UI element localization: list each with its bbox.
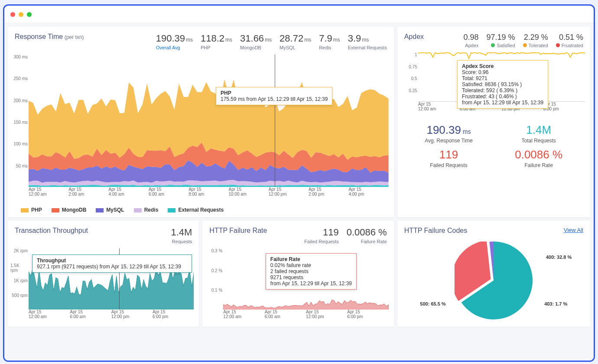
metric-value: 3.9 <box>348 33 361 44</box>
metric-group: 0.98 Apdex 97.19 % Satisfied 2.29 % Tole… <box>463 33 583 48</box>
metric-group: 119 Failed Requests 0.0086 % Failure Rat… <box>304 227 387 244</box>
y-tick: 200 ms <box>13 98 28 103</box>
metric-value: 7.9 <box>319 33 332 44</box>
summary-label: Avg. Response Time <box>406 138 492 144</box>
metric-unit: ms <box>362 37 369 43</box>
metric-value: 0.51 % <box>559 33 583 42</box>
metric: 0.98 Apdex <box>463 33 478 48</box>
legend-item[interactable]: Redis <box>134 207 159 213</box>
legend-item[interactable]: External Requests <box>168 207 224 213</box>
metric: 1.4M Requests <box>171 227 192 244</box>
chart-cursor <box>275 55 275 187</box>
chart-throughput[interactable]: 2K rpm1.5K rpm1K rpm500 rpm Throughput 9… <box>13 248 194 325</box>
metric-group: 190.39ms Overall Avg 118.2ms PHP 31.66ms… <box>156 33 387 50</box>
summary-value: 190.39 ms <box>406 123 492 137</box>
window-close-dot[interactable] <box>10 12 15 17</box>
metric: 97.19 % Satisfied <box>487 33 515 48</box>
x-tick: Apr 1512:00 pm <box>306 309 347 325</box>
card-apdex: Apdex 0.98 Apdex 97.19 % Satisfied 2.29 … <box>397 27 590 217</box>
card-title: Apdex <box>404 33 424 41</box>
row-two: Transaction Throughput 1.4M Requests 2K … <box>8 221 394 327</box>
pie-chart[interactable]: 400: 32.8 % 403: 1.7 % 500: 65.5 % <box>455 242 533 319</box>
x-tick: Apr 156:00 pm <box>543 102 585 117</box>
metric-label: Frustrated <box>556 43 583 48</box>
y-tick: 100 ms <box>13 142 28 146</box>
x-tick: Apr 1512:00 pm <box>111 309 153 325</box>
summary-cell: 1.4M Total Requests <box>496 123 582 144</box>
legend-item[interactable]: MySQL <box>96 207 124 213</box>
summary-value: 1.4M <box>496 123 582 137</box>
summary-value: 119 <box>406 148 492 161</box>
summary-label: Total Requests <box>496 138 582 144</box>
y-tick: 0.5 <box>411 76 417 81</box>
pie-label: 403: 1.7 % <box>544 301 567 306</box>
card-failure-codes: HTTP Failure Codes View All 400: 32.8 % … <box>397 221 590 327</box>
x-tick: Apr 156:00 pm <box>347 309 388 325</box>
metric-value: 2.29 % <box>524 33 548 42</box>
chart-legend: PHPMongoDBMySQLRedisExternal Requests <box>8 204 394 217</box>
pie-label: 500: 65.5 % <box>420 301 445 306</box>
metric: 0.0086 % Failure Rate <box>347 227 387 244</box>
card-title: HTTP Failure Codes <box>404 227 468 235</box>
dashboard-content: Response Time (per txn) 190.39ms Overall… <box>4 23 594 361</box>
summary-cell: 119 Failed Requests <box>406 148 492 168</box>
y-tick: 500 rpm <box>12 293 28 298</box>
x-tick: Apr 156:00 pm <box>153 309 194 325</box>
y-axis: 2K rpm1.5K rpm1K rpm500 rpm <box>10 248 30 308</box>
chart-apdex[interactable]: 10.750.50.25 Apdex ScoreScore: 0.96Total… <box>403 52 585 117</box>
metric-unit: ms <box>265 37 272 43</box>
tooltip-line: 927.1 rpm (9271 requests) from Apr 15, 1… <box>37 264 181 270</box>
summary-cell: 0.0086 % Failure Rate <box>496 148 582 168</box>
tooltip-line: 175.59 ms from Apr 15, 12:29 till Apr 15… <box>221 96 328 102</box>
chart-failure-rate[interactable]: 0.3 %0.2 %0.1 % Failure Rate0.02% failur… <box>208 248 388 325</box>
x-tick: Apr 1512:00 am <box>29 309 70 325</box>
metric-value: 31.66 <box>240 33 264 44</box>
legend-item[interactable]: MongoDB <box>52 207 87 213</box>
chart-tooltip: PHP 175.59 ms from Apr 15, 12:29 till Ap… <box>216 87 332 105</box>
chart-response-time[interactable]: 300 ms250 ms200 ms150 ms100 ms50 ms PHP … <box>13 55 389 203</box>
x-tick: Apr 154:00 am <box>109 187 149 203</box>
y-tick: 50 ms <box>16 164 28 168</box>
x-axis: Apr 1512:00 amApr 156:00 amApr 1512:00 p… <box>29 309 194 325</box>
metric-label: MongoDB <box>240 45 272 50</box>
y-tick: 150 ms <box>13 120 28 125</box>
y-axis: 0.3 %0.2 %0.1 % <box>205 248 225 308</box>
legend-item[interactable]: PHP <box>21 207 42 213</box>
x-tick: Apr 156:00 am <box>149 187 188 203</box>
metric-label: External Requests <box>348 45 387 50</box>
metric-label: Failure Rate <box>347 239 387 244</box>
x-tick: Apr 152:00 am <box>68 187 108 203</box>
metric: 0.51 % Frustrated <box>556 33 583 48</box>
metric: 119 Failed Requests <box>304 227 339 244</box>
x-tick: Apr 1512:00 am <box>418 102 460 117</box>
plot-area <box>29 55 389 187</box>
metric: 28.72ms MySQL <box>280 33 311 50</box>
chart-tooltip: Throughput 927.1 rpm (9271 requests) fro… <box>32 254 192 273</box>
y-axis: 300 ms250 ms200 ms150 ms100 ms50 ms <box>10 55 30 185</box>
metric-label: Failed Requests <box>304 239 339 244</box>
metric-value: 0.0086 % <box>347 227 387 238</box>
pie-label: 400: 32.8 % <box>546 254 572 260</box>
y-tick: 0.2 % <box>211 268 223 273</box>
x-tick: Apr 1512:00 am <box>29 187 68 203</box>
summary-grid: 190.39 ms Avg. Response Time 1.4M Total … <box>397 119 590 173</box>
metric: 2.29 % Tolerated <box>523 33 548 48</box>
metric-value: 1.4M <box>171 227 192 238</box>
view-all-link[interactable]: View All <box>564 227 583 233</box>
x-axis: Apr 1512:00 amApr 152:00 amApr 154:00 am… <box>29 187 389 203</box>
x-tick: Apr 156:00 am <box>70 309 111 325</box>
x-tick: Apr 152:00 pm <box>309 187 348 203</box>
metric-unit: ms <box>333 37 340 43</box>
metric-label: Overall Avg <box>156 45 193 50</box>
x-tick: Apr 1512:00 pm <box>269 187 309 203</box>
summary-value: 0.0086 % <box>496 148 582 161</box>
x-tick: Apr 154:00 pm <box>348 187 388 203</box>
metric: 190.39ms Overall Avg <box>156 33 193 50</box>
card-response-time: Response Time (per txn) 190.39ms Overall… <box>8 27 394 217</box>
window-min-dot[interactable] <box>19 12 23 17</box>
window-max-dot[interactable] <box>27 12 32 17</box>
metric-label: Satisfied <box>487 43 515 48</box>
metric-label: MySQL <box>280 45 311 50</box>
metric-unit: ms <box>186 37 193 43</box>
y-tick: 250 ms <box>13 76 28 81</box>
